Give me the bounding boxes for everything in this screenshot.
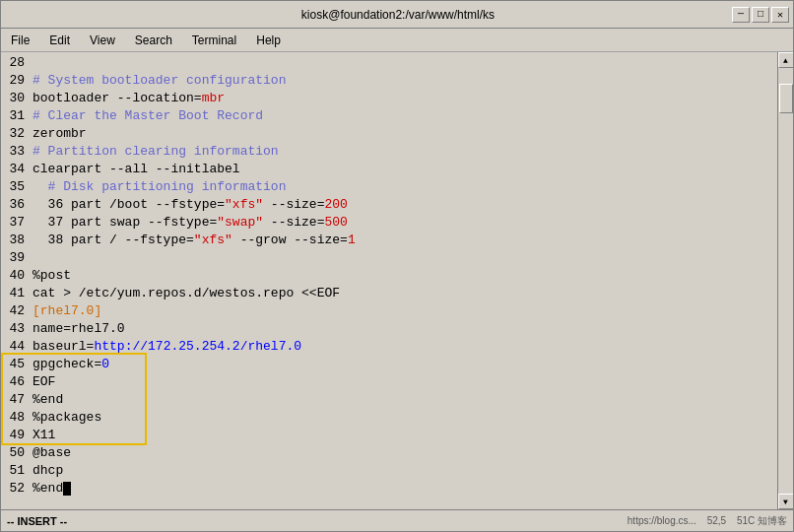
title-bar: kiosk@foundation2:/var/www/html/ks ─ □ ✕ [1,1,793,29]
line-51: 51 dhcp [1,462,777,480]
line-29: 29 # System bootloader configuration [1,72,777,90]
menubar: File Edit View Search Terminal Help [1,29,793,52]
line-45: 45 gpgcheck=0 [1,356,777,373]
close-button[interactable]: ✕ [771,7,789,23]
main-window: kiosk@foundation2:/var/www/html/ks ─ □ ✕… [0,0,794,532]
insert-mode-label: -- INSERT -- [7,515,67,527]
vertical-scrollbar[interactable]: ▲ ▼ [777,52,793,509]
line-50: 50 @base [1,444,777,462]
line-31: 31 # Clear the Master Boot Record [1,107,777,125]
menu-file[interactable]: File [5,32,35,49]
line-43: 43 name=rhel7.0 [1,320,777,338]
line-30: 30 bootloader --location=mbr [1,90,777,107]
scroll-down-arrow[interactable]: ▼ [778,494,794,509]
status-bar: -- INSERT -- https://blog.cs... 52,5 51C… [1,509,793,531]
menu-edit[interactable]: Edit [43,32,76,49]
line-47: 47 %end [1,391,777,409]
menu-view[interactable]: View [84,32,121,49]
code-content: 28 29 # System bootloader configuration … [1,52,777,509]
line-39: 39 [1,249,777,267]
scroll-up-arrow[interactable]: ▲ [778,52,794,68]
line-35: 35 # Disk partitioning information [1,178,777,196]
menu-terminal[interactable]: Terminal [186,32,242,49]
menu-search[interactable]: Search [129,32,178,49]
status-info: https://blog.cs... 52,5 51C 知博客 [628,514,787,528]
scroll-thumb[interactable] [779,84,793,113]
line-34: 34 clearpart --all --initlabel [1,161,777,178]
line-44: 44 baseurl=http://172.25.254.2/rhel7.0 [1,338,777,356]
blog-url: https://blog.cs... [628,515,696,526]
line-36: 36 36 part /boot --fstype="xfs" --size=2… [1,196,777,214]
window-title: kiosk@foundation2:/var/www/html/ks [64,8,732,22]
line-49: 49 X11 [1,427,777,444]
line-42: 42 [rhel7.0] [1,302,777,320]
editor-area[interactable]: 28 29 # System bootloader configuration … [1,52,793,509]
line-48: 48 %packages [1,409,777,427]
cursor-position: 52,5 [707,515,726,526]
menu-help[interactable]: Help [250,32,287,49]
line-33: 33 # Partition clearing information [1,143,777,161]
line-28: 28 [1,54,777,72]
line-46: 46 EOF [1,373,777,391]
line-37: 37 37 part swap --fstype="swap" --size=5… [1,214,777,232]
line-38: 38 38 part / --fstype="xfs" --grow --siz… [1,232,777,249]
maximize-button[interactable]: □ [752,7,769,23]
line-32: 32 zerombr [1,125,777,143]
line-52: 52 %end [1,480,777,498]
window-controls: ─ □ ✕ [732,7,789,23]
line-41: 41 cat > /etc/yum.repos.d/westos.repo <<… [1,285,777,302]
minimize-button[interactable]: ─ [732,7,750,23]
extra-info: 51C 知博客 [737,515,787,526]
line-40: 40 %post [1,267,777,285]
